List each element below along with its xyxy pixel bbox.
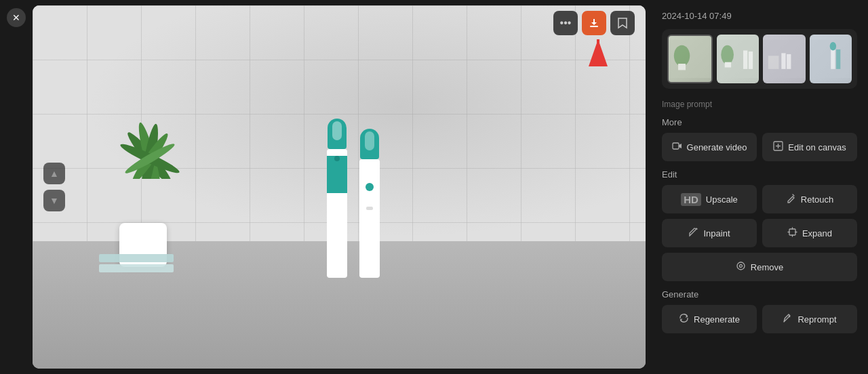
svg-rect-19	[781, 53, 785, 68]
more-section: More Generate video	[662, 117, 857, 161]
toothbrushes	[327, 119, 380, 278]
edit-canvas-icon	[773, 141, 783, 153]
close-button[interactable]: ✕	[7, 8, 26, 27]
svg-rect-15	[743, 51, 747, 69]
generate-section: Generate Regenerate	[662, 289, 857, 333]
nav-down-button[interactable]: ▼	[43, 190, 65, 211]
generate-row-1: Regenerate Reprompt	[662, 305, 857, 333]
close-icon: ✕	[12, 12, 20, 23]
inpaint-label: Inpaint	[703, 228, 730, 238]
bookmark-button[interactable]	[610, 11, 635, 35]
image-area: ••• ▲ ▼	[33, 0, 651, 374]
edit-section-label: Edit	[662, 169, 857, 180]
svg-rect-23	[836, 49, 840, 69]
generate-video-label: Generate video	[687, 142, 747, 152]
thumbnail-1[interactable]	[667, 35, 713, 83]
svg-point-10	[674, 45, 690, 66]
nav-up-button[interactable]: ▲	[43, 163, 65, 184]
remove-icon	[736, 261, 746, 273]
expand-icon	[787, 227, 797, 239]
download-icon	[588, 17, 600, 29]
svg-rect-29	[789, 229, 795, 235]
generate-video-button[interactable]: Generate video	[662, 133, 757, 161]
remove-label: Remove	[751, 262, 783, 272]
svg-rect-20	[787, 54, 791, 69]
more-options-icon: •••	[560, 17, 572, 29]
svg-rect-22	[831, 48, 835, 69]
timestamp: 2024-10-14 07:49	[662, 8, 857, 21]
upscale-icon: HD	[681, 193, 701, 206]
image-toolbar: •••	[553, 11, 635, 35]
inpaint-button[interactable]: Inpaint	[662, 219, 757, 247]
close-area: ✕	[0, 0, 33, 374]
nav-arrows: ▲ ▼	[43, 163, 65, 211]
svg-rect-11	[678, 64, 686, 70]
books	[99, 254, 174, 272]
svg-rect-18	[768, 56, 779, 69]
retouch-label: Retouch	[801, 194, 833, 205]
edit-section: Edit HD Upscale Retouch	[662, 169, 857, 281]
toothbrush-1	[327, 119, 347, 278]
image-prompt-label: Image prompt	[662, 100, 857, 109]
remove-button[interactable]: Remove	[662, 253, 857, 281]
svg-rect-16	[748, 51, 752, 69]
regenerate-label: Regenerate	[694, 314, 740, 325]
reprompt-label: Reprompt	[797, 314, 836, 325]
svg-rect-25	[673, 143, 679, 149]
thumbnail-4[interactable]	[810, 35, 852, 83]
plant	[106, 145, 194, 267]
right-panel: 2024-10-14 07:49	[651, 0, 868, 374]
expand-button[interactable]: Expand	[762, 219, 857, 247]
main-image	[33, 5, 646, 369]
svg-point-31	[739, 265, 742, 268]
edit-row-3: Remove	[662, 253, 857, 281]
upscale-button[interactable]: HD Upscale	[662, 185, 757, 213]
generate-section-label: Generate	[662, 289, 857, 299]
reprompt-button[interactable]: Reprompt	[762, 305, 857, 333]
edit-on-canvas-button[interactable]: Edit on canvas	[762, 133, 857, 161]
reprompt-icon	[783, 313, 793, 325]
inpaint-icon	[688, 227, 698, 239]
generate-video-icon	[672, 141, 682, 153]
thumbnail-strip	[662, 29, 857, 89]
svg-point-30	[737, 262, 745, 270]
chevron-up-icon: ▲	[50, 168, 59, 179]
expand-label: Expand	[802, 228, 832, 238]
regenerate-button[interactable]: Regenerate	[662, 305, 757, 333]
bookmark-icon	[617, 17, 628, 29]
upscale-label: Upscale	[706, 194, 738, 205]
download-button[interactable]	[582, 11, 606, 35]
svg-rect-14	[724, 62, 730, 68]
edit-row-1: HD Upscale Retouch	[662, 185, 857, 213]
svg-rect-0	[590, 26, 598, 27]
retouch-icon	[786, 193, 796, 205]
svg-point-13	[721, 45, 734, 64]
thumbnail-3[interactable]	[763, 35, 806, 83]
more-section-label: More	[662, 117, 857, 127]
edit-on-canvas-label: Edit on canvas	[788, 142, 846, 152]
more-buttons-row: Generate video Edit on canvas	[662, 133, 857, 161]
edit-row-2: Inpaint Expand	[662, 219, 857, 247]
retouch-button[interactable]: Retouch	[762, 185, 857, 213]
thumbnail-2[interactable]	[717, 35, 760, 83]
chevron-down-icon: ▼	[50, 195, 59, 206]
svg-point-24	[829, 42, 835, 51]
more-options-button[interactable]: •••	[553, 11, 578, 35]
plant-leaves-svg	[96, 77, 204, 179]
regenerate-icon	[679, 313, 689, 325]
toothbrush-2	[359, 129, 380, 278]
